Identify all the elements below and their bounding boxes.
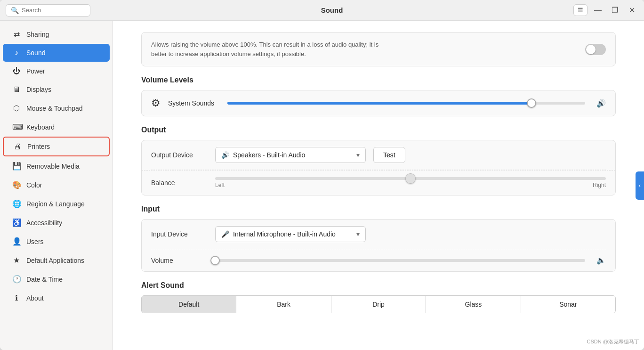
output-device-dropdown[interactable]: 🔊 Speakers - Built-in Audio ▾ [215, 147, 366, 163]
output-device-name: Speakers - Built-in Audio [233, 151, 353, 159]
date-time-icon: 🕐 [12, 275, 21, 284]
sidebar-item-label-accessibility: Accessibility [26, 219, 62, 227]
balance-slider-track[interactable] [215, 177, 606, 180]
search-icon: 🔍 [11, 7, 19, 14]
alert-tab-drip[interactable]: Drip [331, 296, 426, 313]
volume-levels-card: ⚙ System Sounds 🔊 [141, 90, 616, 116]
sidebar-item-label-keyboard: Keyboard [26, 123, 55, 131]
balance-row: Balance Left Right [142, 170, 615, 195]
sharing-icon: ⇄ [12, 30, 21, 39]
alert-sound-header: Alert Sound [141, 281, 616, 290]
sidebar-item-label-color: Color [26, 181, 42, 189]
window-controls: — ❐ ✕ [591, 4, 638, 17]
speaker-icon: 🔊 [221, 151, 229, 159]
sound-icon: ♪ [12, 49, 21, 57]
search-input[interactable] [22, 7, 85, 14]
alert-tab-glass[interactable]: Glass [426, 296, 521, 313]
sidebar-item-default-applications[interactable]: ★Default Applications [3, 251, 110, 269]
input-device-name: Internal Microphone - Built-in Audio [233, 230, 353, 238]
about-icon: ℹ [12, 293, 21, 302]
keyboard-icon: ⌨ [12, 122, 21, 131]
sidebar-item-label-removable-media: Removable Media [26, 163, 80, 170]
sidebar-item-region-language[interactable]: 🌐Region & Language [3, 195, 110, 213]
sidebar-item-label-default-applications: Default Applications [26, 257, 84, 264]
sidebar: ⇄Sharing♪Sound⏻Power🖥Displays⬡Mouse & To… [0, 21, 113, 350]
input-card: Input Device 🎤 Internal Microphone - Bui… [141, 219, 616, 272]
search-box[interactable]: 🔍 [6, 4, 90, 16]
content-area: ⇄Sharing♪Sound⏻Power🖥Displays⬡Mouse & To… [0, 21, 644, 350]
alert-sound-tabs: DefaultBarkDripGlassSonar [141, 295, 616, 313]
sidebar-item-sound[interactable]: ♪Sound [3, 44, 110, 62]
sidebar-item-removable-media[interactable]: 💾Removable Media [3, 157, 110, 175]
toggle-knob [586, 45, 596, 54]
sidebar-item-label-sharing: Sharing [26, 31, 49, 38]
sidebar-item-label-mouse-touchpad: Mouse & Touchpad [26, 105, 83, 112]
volume-levels-header: Volume Levels [141, 76, 616, 84]
over-amplification-toggle[interactable] [585, 44, 606, 55]
alert-tab-sonar[interactable]: Sonar [521, 296, 615, 313]
input-volume-slider[interactable] [215, 259, 585, 262]
input-volume-label: Volume [151, 257, 208, 264]
chevron-down-icon: ▾ [356, 151, 360, 159]
balance-right-label: Right [593, 182, 606, 188]
volume-low-icon: 🔈 [596, 256, 606, 265]
over-amplification-text: Allows raising the volume above 100%. Th… [151, 40, 396, 58]
sidebar-item-label-displays: Displays [26, 86, 51, 93]
input-device-dropdown[interactable]: 🎤 Internal Microphone - Built-in Audio ▾ [215, 226, 366, 242]
sidebar-item-power[interactable]: ⏻Power [3, 62, 110, 80]
system-sounds-slider-thumb[interactable] [527, 98, 536, 108]
input-volume-row: Volume 🔈 [142, 249, 615, 271]
color-icon: 🎨 [12, 180, 21, 189]
sidebar-item-sharing[interactable]: ⇄Sharing [3, 25, 110, 43]
menu-button[interactable]: ☰ [573, 4, 588, 16]
sidebar-item-about[interactable]: ℹAbout [3, 289, 110, 307]
users-icon: 👤 [12, 237, 21, 246]
sidebar-item-mouse-touchpad[interactable]: ⬡Mouse & Touchpad [3, 99, 110, 117]
sidebar-item-label-about: About [26, 294, 44, 302]
main-panel: Allows raising the volume above 100%. Th… [113, 21, 644, 350]
output-device-label: Output Device [151, 151, 208, 159]
system-sounds-slider-track[interactable] [227, 102, 585, 105]
chevron-down-icon-2: ▾ [356, 230, 360, 238]
output-device-row: Output Device 🔊 Speakers - Built-in Audi… [142, 140, 615, 170]
sidebar-item-label-region-language: Region & Language [26, 200, 85, 208]
output-header: Output [141, 126, 616, 134]
default-applications-icon: ★ [12, 256, 21, 265]
sidebar-item-date-time[interactable]: 🕐Date & Time [3, 270, 110, 288]
alert-tab-bark[interactable]: Bark [236, 296, 331, 313]
sidebar-item-keyboard[interactable]: ⌨Keyboard [3, 118, 110, 136]
balance-slider-thumb[interactable] [405, 173, 416, 184]
sidebar-item-label-users: Users [26, 238, 44, 245]
over-amplification-row: Allows raising the volume above 100%. Th… [141, 32, 616, 66]
sidebar-item-users[interactable]: 👤Users [3, 232, 110, 251]
sidebar-item-color[interactable]: 🎨Color [3, 176, 110, 194]
sidebar-item-label-printers: Printers [27, 143, 50, 150]
sidebar-item-displays[interactable]: 🖥Displays [3, 81, 110, 98]
volume-high-icon: 🔊 [596, 99, 606, 108]
alert-tab-default[interactable]: Default [142, 296, 236, 313]
sidebar-item-label-power: Power [26, 67, 45, 75]
balance-slider-wrap: Left Right [215, 177, 606, 188]
removable-media-icon: 💾 [12, 162, 21, 171]
close-button[interactable]: ✕ [625, 4, 638, 17]
input-vol-thumb[interactable] [210, 256, 220, 265]
balance-label: Balance [151, 179, 208, 187]
system-sounds-slider-fill [227, 102, 531, 105]
side-handle[interactable]: ‹ [636, 171, 644, 200]
input-header: Input [141, 205, 616, 213]
minimize-button[interactable]: — [591, 4, 604, 17]
titlebar: 🔍 Sound ☰ — ❐ ✕ [0, 0, 644, 21]
test-button[interactable]: Test [373, 147, 405, 163]
mouse-touchpad-icon: ⬡ [12, 104, 21, 113]
input-device-label: Input Device [151, 230, 208, 238]
sidebar-item-accessibility[interactable]: ♿Accessibility [3, 213, 110, 232]
power-icon: ⏻ [12, 67, 21, 75]
sidebar-item-label-date-time: Date & Time [26, 276, 63, 283]
sidebar-item-printers[interactable]: 🖨Printers [3, 137, 110, 156]
balance-left-label: Left [215, 182, 225, 188]
maximize-button[interactable]: ❐ [608, 4, 621, 17]
system-sounds-icon: ⚙ [151, 97, 161, 109]
printers-icon: 🖨 [13, 142, 22, 151]
output-card: Output Device 🔊 Speakers - Built-in Audi… [141, 140, 616, 195]
sound-settings-panel: Allows raising the volume above 100%. Th… [113, 21, 644, 325]
